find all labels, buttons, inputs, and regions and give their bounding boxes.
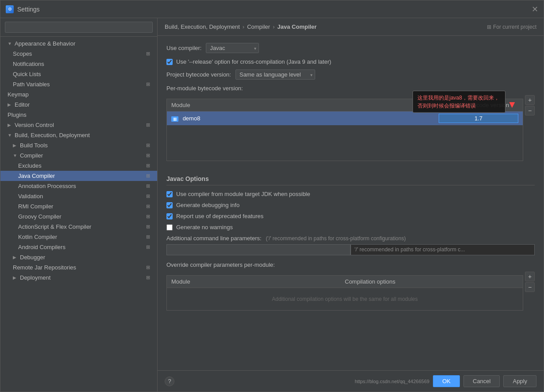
- sidebar-item-groovy-compiler[interactable]: Groovy Compiler ⊞: [0, 211, 157, 222]
- table-row[interactable]: ▦ demo8: [167, 111, 523, 125]
- sidebar-item-version-control[interactable]: ▶ Version Control ⊞: [0, 120, 157, 130]
- sidebar-item-android-compilers[interactable]: Android Compilers ⊞: [0, 242, 157, 252]
- sidebar-item-build-tools[interactable]: ▶ Build Tools ⊞: [0, 140, 157, 150]
- cmd-hint: ('/' recommended in paths for cross-plat…: [266, 235, 406, 242]
- col-module-header: Module: [171, 102, 439, 108]
- sidebar-item-editor[interactable]: ▶ Editor: [0, 100, 157, 110]
- copy-icon: ⊞: [146, 142, 150, 148]
- sidebar-item-java-compiler[interactable]: Java Compiler ⊞: [0, 171, 157, 181]
- help-button[interactable]: ?: [165, 377, 174, 386]
- cmd-input-row: '/' recommended in paths for cross-platf…: [166, 244, 535, 255]
- apply-button[interactable]: Apply: [503, 375, 536, 387]
- compiler-select-wrapper: Javac ▾: [206, 43, 259, 53]
- javac-cb1-checkbox[interactable]: [166, 191, 173, 197]
- javac-cb3-checkbox[interactable]: [166, 213, 173, 219]
- remove-module-button[interactable]: −: [525, 106, 535, 115]
- cmd-params-section: Additional command line parameters: ('/'…: [166, 235, 535, 255]
- copy-icon: ⊞: [146, 265, 150, 270]
- sidebar-label: Deployment: [20, 274, 50, 281]
- cmd-label-row: Additional command line parameters: ('/'…: [166, 235, 535, 242]
- module-section: Module Target bytecode version ▦ demo8: [166, 95, 535, 168]
- javac-cb1-row: Use compiler from module target JDK when…: [166, 191, 535, 197]
- close-button[interactable]: ✕: [532, 5, 538, 13]
- copy-icon: ⊞: [146, 204, 150, 209]
- sidebar-item-build-exec[interactable]: ▼ Build, Execution, Deployment: [0, 130, 157, 140]
- copy-icon: ⊞: [146, 81, 150, 87]
- javac-cb4-row: Generate no warnings: [166, 224, 535, 231]
- sidebar-item-quick-lists[interactable]: Quick Lists: [0, 69, 157, 79]
- sidebar-item-path-variables[interactable]: Path Variables ⊞: [0, 79, 157, 89]
- override-table: Module Compilation options Additional co…: [166, 275, 523, 311]
- sidebar-label: Build, Execution, Deployment: [15, 132, 90, 138]
- override-section: Override compiler parameters per-module:…: [166, 261, 535, 311]
- override-col-module: Module: [171, 278, 345, 285]
- copy-icon: ⊞: [146, 224, 150, 230]
- ok-button[interactable]: OK: [433, 375, 460, 387]
- add-module-button[interactable]: +: [525, 95, 535, 105]
- sidebar-item-notifications[interactable]: Notifications: [0, 59, 157, 69]
- search-box: [0, 18, 157, 37]
- search-input[interactable]: [5, 22, 153, 33]
- bytecode-version-input[interactable]: [439, 114, 518, 123]
- main-content: Build, Execution, Deployment › Compiler …: [158, 18, 544, 392]
- sidebar-item-debugger[interactable]: ▶ Debugger: [0, 252, 157, 262]
- module-table-empty: [167, 125, 523, 161]
- sidebar-label: Kotlin Compiler: [18, 234, 57, 240]
- javac-cb2-checkbox[interactable]: [166, 202, 173, 208]
- footer: ? https://blog.csdn.net/qq_44266569 OK C…: [158, 370, 544, 392]
- sidebar-label: Editor: [15, 101, 30, 108]
- module-name: ▦ demo8: [171, 115, 439, 122]
- sidebar-item-appearance-behavior[interactable]: ▼ Appearance & Behavior: [0, 38, 157, 49]
- project-bytecode-label: Project bytecode version:: [166, 71, 231, 78]
- copy-icon: ⊞: [146, 275, 150, 281]
- breadcrumb-part1: Build, Execution, Deployment: [165, 23, 240, 30]
- app-icon: ⚙: [6, 5, 14, 13]
- sidebar-item-remote-jar[interactable]: Remote Jar Repositories ⊞: [0, 262, 157, 273]
- remove-override-button[interactable]: −: [525, 282, 535, 292]
- project-icon: ⊞: [487, 24, 491, 30]
- sidebar-item-annotation-processors[interactable]: Annotation Processors ⊞: [0, 181, 157, 191]
- javac-cb2-label: Generate debugging info: [176, 202, 239, 208]
- sidebar-item-validation[interactable]: Validation ⊞: [0, 191, 157, 201]
- annotation-arrow-icon: ▲: [507, 100, 517, 111]
- for-project-label: ⊞ For current project: [487, 24, 536, 30]
- sidebar-label: Annotation Processors: [18, 183, 76, 189]
- sidebar-item-excludes[interactable]: Excludes ⊞: [0, 161, 157, 171]
- footer-url: https://blog.csdn.net/qq_44266569: [355, 379, 429, 384]
- sidebar-label: Groovy Compiler: [18, 213, 62, 220]
- copy-icon: ⊞: [146, 244, 150, 250]
- sidebar-item-keymap[interactable]: Keymap: [0, 89, 157, 100]
- sidebar-item-deployment[interactable]: ▶ Deployment ⊞: [0, 273, 157, 283]
- javac-cb3-label: Report use of deprecated features: [176, 213, 263, 219]
- sidebar-item-plugins[interactable]: Plugins: [0, 110, 157, 120]
- sidebar: ▼ Appearance & Behavior Scopes ⊞ Notific…: [0, 18, 158, 392]
- cmd-hint-display: '/' recommended in paths for cross-platf…: [351, 244, 535, 255]
- cmd-params-input[interactable]: [166, 244, 351, 255]
- override-table-wrapper: Module Compilation options Additional co…: [166, 272, 535, 311]
- override-side-buttons: + −: [525, 272, 535, 292]
- copy-icon: ⊞: [146, 51, 150, 57]
- copy-icon: ⊞: [146, 122, 150, 128]
- arrow-icon: ▶: [13, 143, 18, 148]
- sidebar-item-kotlin-compiler[interactable]: Kotlin Compiler ⊞: [0, 232, 157, 242]
- sidebar-label: RMI Compiler: [18, 203, 53, 210]
- javac-cb3-row: Report use of deprecated features: [166, 213, 535, 219]
- javac-cb4-checkbox[interactable]: [166, 224, 173, 231]
- release-option-label: Use '--release' option for cross-compila…: [176, 58, 331, 65]
- arrow-icon: ▶: [8, 102, 13, 107]
- arrow-icon: ▼: [8, 41, 13, 46]
- breadcrumb-bar: Build, Execution, Deployment › Compiler …: [158, 18, 544, 36]
- sidebar-item-compiler[interactable]: ▼ Compiler ⊞: [0, 150, 157, 161]
- bytecode-select[interactable]: Same as language level: [235, 69, 315, 80]
- sidebar-item-actionscript-compiler[interactable]: ActionScript & Flex Compiler ⊞: [0, 222, 157, 232]
- sidebar-item-rmi-compiler[interactable]: RMI Compiler ⊞: [0, 201, 157, 211]
- compiler-select[interactable]: Javac: [206, 43, 259, 53]
- javac-cb2-row: Generate debugging info: [166, 202, 535, 208]
- footer-left: ?: [165, 377, 174, 386]
- module-icon: ▦: [171, 116, 178, 122]
- cancel-button[interactable]: Cancel: [463, 375, 500, 387]
- release-option-checkbox[interactable]: [166, 59, 173, 65]
- cmd-params-label: Additional command line parameters:: [166, 235, 262, 242]
- add-override-button[interactable]: +: [525, 272, 535, 281]
- sidebar-item-scopes[interactable]: Scopes ⊞: [0, 49, 157, 59]
